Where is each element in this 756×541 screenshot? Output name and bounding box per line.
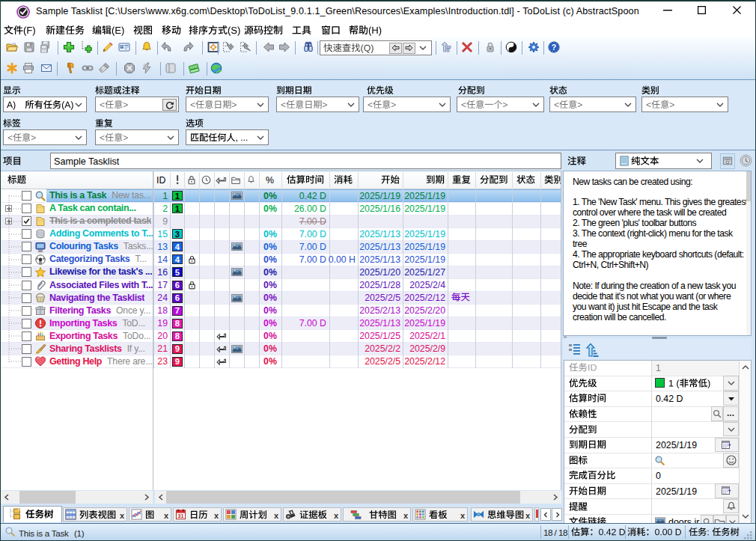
- svg-text:31: 31: [178, 513, 184, 519]
- svg-text:?: ?: [552, 43, 556, 52]
